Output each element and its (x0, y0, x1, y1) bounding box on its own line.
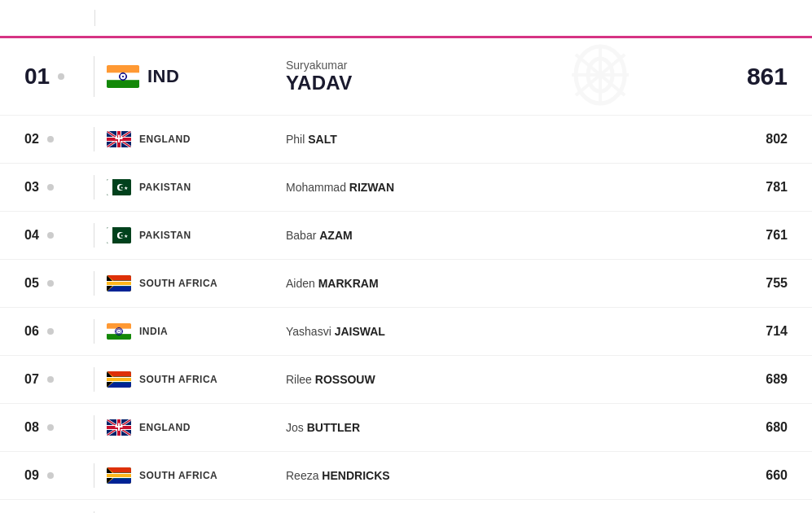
column-divider (94, 223, 94, 248)
player-name: Phil SALT (286, 133, 722, 146)
team-section: SOUTH AFRICA (107, 371, 286, 388)
position-number: 07 (24, 372, 39, 387)
position-number: 03 (24, 180, 39, 195)
player-name: Yashasvi JAISWAL (286, 325, 722, 338)
position-section: 03 (24, 180, 81, 195)
rankings-list: 01 IND Suryakumar YADAV (0, 38, 812, 513)
svg-point-24 (119, 185, 124, 190)
table-row: 04 ★ PAKISTAN Babar AZAM 761 (0, 212, 812, 260)
player-last-name: YADAV (286, 72, 722, 94)
team-name: ENGLAND (139, 422, 191, 433)
team-section: ★ PAKISTAN (107, 227, 286, 243)
player-name: Aiden MARKRAM (286, 277, 722, 290)
position-number: 02 (24, 132, 39, 147)
player-name: Mohammad RIZWAN (286, 181, 722, 194)
team-name: SOUTH AFRICA (139, 278, 217, 289)
position-dot (58, 73, 64, 80)
rating-value: 689 (722, 372, 788, 387)
svg-rect-59 (107, 426, 131, 429)
position-section: 07 (24, 372, 81, 387)
player-info: Jos BUTTLER (286, 421, 722, 434)
svg-point-3 (120, 73, 126, 80)
position-number: 09 (24, 468, 39, 483)
position-dot (47, 376, 54, 383)
player-name: Babar AZAM (286, 229, 722, 242)
position-dot (47, 424, 54, 431)
rating-value: 781 (722, 180, 788, 195)
team-name: IND (147, 66, 179, 87)
player-info: Rilee ROSSOUW (286, 373, 722, 386)
team-section: IND (107, 65, 286, 88)
cricket-watermark (560, 42, 641, 111)
table-row: 10 ENGLAND Dawid MALAN 657 (0, 500, 812, 513)
table-row: 09 SOUTH AFRICA Reeza HENDRICKS 660 (0, 452, 812, 500)
country-flag: ★ (107, 179, 131, 195)
position-section: 01 (24, 64, 81, 90)
position-number: 05 (24, 276, 39, 291)
column-divider (94, 175, 94, 200)
position-section: 05 (24, 276, 81, 291)
column-divider (94, 319, 94, 344)
player-info: Mohammad RIZWAN (286, 181, 722, 194)
svg-rect-41 (107, 334, 131, 340)
svg-rect-0 (107, 66, 139, 73)
svg-rect-58 (117, 419, 121, 436)
svg-rect-16 (116, 131, 121, 147)
table-row: 03 ★ PAKISTAN Mohammad RIZWAN 781 (0, 164, 812, 212)
table-row: 08 ENGLAND Jos BUTTLER 680 (0, 404, 812, 452)
svg-point-23 (117, 184, 124, 191)
position-dot (47, 184, 54, 191)
svg-rect-27 (107, 227, 112, 243)
rating-value: 861 (722, 63, 788, 90)
team-name: INDIA (139, 326, 168, 337)
team-name: PAKISTAN (139, 230, 191, 241)
column-divider (94, 367, 94, 392)
rating-value: 660 (722, 468, 788, 483)
player-info: Babar AZAM (286, 229, 722, 242)
team-section: INDIA (107, 323, 286, 340)
player-first-name: Suryakumar (286, 59, 722, 72)
rating-value: 802 (722, 132, 788, 147)
player-name: Reeza HENDRICKS (286, 469, 722, 482)
player-info: Reeza HENDRICKS (286, 469, 722, 482)
country-flag (107, 323, 131, 340)
rating-value: 761 (722, 228, 788, 243)
player-name: Rilee ROSSOUW (286, 373, 722, 386)
country-flag: ★ (107, 227, 131, 243)
team-section: SOUTH AFRICA (107, 467, 286, 484)
team-name: SOUTH AFRICA (139, 374, 217, 385)
position-dot (47, 232, 54, 239)
svg-point-43 (118, 331, 120, 332)
country-flag (107, 467, 131, 484)
country-flag (107, 131, 131, 147)
table-row: 01 IND Suryakumar YADAV (0, 38, 812, 116)
svg-point-28 (117, 232, 124, 239)
country-flag (107, 419, 131, 436)
table-row: 05 SOUTH AFRICA Aiden MARKRAM 755 (0, 260, 812, 308)
country-flag (107, 65, 139, 88)
team-name: ENGLAND (139, 134, 191, 145)
column-divider (94, 127, 94, 151)
svg-text:★: ★ (124, 234, 128, 239)
svg-point-30 (119, 233, 124, 238)
svg-rect-38 (107, 282, 131, 285)
column-divider (94, 271, 94, 296)
position-number: 04 (24, 228, 39, 243)
position-section: 02 (24, 132, 81, 147)
position-number: 08 (24, 420, 39, 435)
position-number: 01 (24, 64, 50, 90)
svg-point-42 (116, 329, 121, 334)
position-section: 08 (24, 420, 81, 435)
column-divider (94, 463, 94, 488)
position-dot (47, 328, 54, 335)
rating-value: 755 (722, 276, 788, 291)
svg-point-22 (117, 184, 124, 191)
svg-rect-39 (107, 323, 131, 329)
svg-rect-19 (107, 138, 131, 141)
svg-rect-2 (107, 80, 139, 87)
position-dot (47, 280, 54, 287)
player-name: Jos BUTTLER (286, 421, 722, 434)
svg-rect-40 (107, 329, 131, 335)
table-row: 02 ENGLAND Phil SALT 802 (0, 116, 812, 164)
svg-rect-56 (116, 419, 121, 436)
